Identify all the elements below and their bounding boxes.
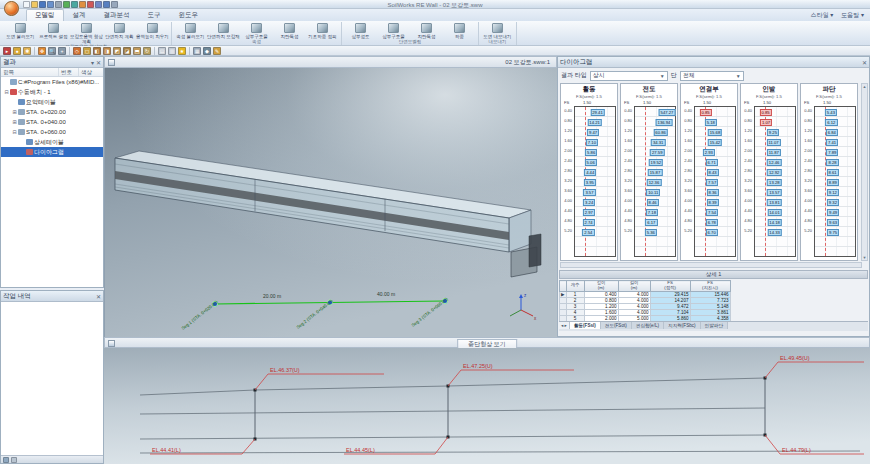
collapse-icon[interactable]: ⊟ [3, 89, 10, 95]
capture-icon[interactable] [63, 1, 70, 8]
history-clear-icon[interactable] [11, 457, 17, 463]
ribbon-button-지반특성[interactable]: 지반특성 [410, 22, 443, 39]
ribbon-tab-설계[interactable]: 설계 [64, 9, 95, 21]
view-top-icon[interactable]: ◻ [83, 47, 91, 55]
tree-item-수동배치 - 1[interactable]: ⊟수동배치 - 1 [1, 87, 103, 97]
column-number[interactable]: 번호 [59, 68, 79, 76]
result-tab-지지력(FSbc)[interactable]: 지지력(FSbc) [664, 322, 701, 329]
save-icon[interactable] [39, 1, 46, 8]
ribbon-button-단면까지 계획[interactable]: 단면까지 계획 [103, 22, 136, 39]
view-bottom-icon[interactable]: ⬒ [133, 47, 141, 55]
save-all-icon[interactable] [47, 1, 54, 8]
view-back-icon[interactable]: ◪ [123, 47, 131, 55]
close-icon[interactable]: ✕ [862, 59, 867, 66]
tree-item-다이아그램[interactable]: 다이아그램 [1, 147, 103, 157]
tree-item-STA. 0+040.00[interactable]: ⊞STA. 0+040.00 [1, 117, 103, 127]
new-file-icon[interactable] [23, 1, 30, 8]
image-icon[interactable] [71, 1, 78, 8]
ribbon-button-하중[interactable]: 하중 [443, 22, 476, 39]
pan-icon[interactable]: ✥ [38, 47, 46, 55]
column-header-길이[interactable]: 길이(m) [618, 281, 650, 292]
model-view-tab[interactable]: 02 보강토.sww:1 [505, 58, 550, 67]
ribbon-button-도면 내보내기[interactable]: 도면 내보내기 [481, 22, 514, 39]
result-tab-전도(FSot)[interactable]: 전도(FSot) [601, 322, 632, 329]
fs-bar: 10.11 [646, 189, 660, 196]
ribbon-button-단면까지 보강재[interactable]: 단면까지 보강재 [207, 22, 240, 39]
charts-vertical-scrollbar[interactable]: ▲▼ [861, 83, 868, 261]
ribbon-tab-윈도우[interactable]: 윈도우 [170, 9, 208, 21]
tree-item-요약테이블[interactable]: 요약테이블 [1, 97, 103, 107]
note-icon[interactable]: ✎ [213, 47, 221, 55]
ribbon-button-지반특성[interactable]: 지반특성 [273, 22, 306, 39]
view-iso-icon[interactable]: ◇ [73, 47, 81, 55]
close-icon[interactable]: ✕ [96, 293, 101, 300]
ribbon-button-속성 불러오기[interactable]: 속성 불러오기 [174, 22, 207, 39]
display-on-icon[interactable]: ▥ [168, 47, 176, 55]
zoom-in-icon[interactable]: + [58, 47, 66, 55]
column-header-깊이[interactable]: 깊이(m) [584, 281, 618, 292]
elevation-view[interactable]: EL.46.37(U) EL.47.25(U) EL.49.45(U) EL.4… [104, 348, 870, 464]
highlight-icon[interactable]: ★ [178, 47, 186, 55]
tab-nav-buttons[interactable]: ◂ ▸ [559, 322, 570, 329]
wire-icon[interactable]: ▦ [193, 47, 201, 55]
ribbon-tab-모델링[interactable]: 모델링 [26, 9, 64, 21]
select-icon[interactable]: ▸ [3, 47, 11, 55]
ribbon-button-상부성토[interactable]: 상부성토 [344, 22, 377, 39]
model-3d-viewport[interactable]: 20.00 m 40.00 m Seg.1 (STA. 0+020.00) Se… [104, 68, 557, 337]
ribbon-button-프로젝트 설정[interactable]: 프로젝트 설정 [37, 22, 70, 39]
display-off-icon[interactable]: ▤ [158, 47, 166, 55]
close-icon[interactable]: ✕ [96, 59, 101, 66]
grid-icon[interactable] [95, 1, 102, 8]
fs-chart-파단: 파단F.S(semi): 1.5FS1.500.400.801.201.602.… [800, 83, 858, 261]
ribbon-tab-결과분석[interactable]: 결과분석 [95, 9, 139, 21]
ribbon-tab-도구[interactable]: 도구 [139, 9, 170, 21]
fs-axis-label: FS [804, 100, 809, 105]
tree-item-상세테이블[interactable]: 상세테이블 [1, 137, 103, 147]
depth-tick: 0.40 [682, 108, 693, 113]
ribbon-link-도움말[interactable]: 도움말 ▾ [841, 11, 864, 20]
chart-icon[interactable] [79, 1, 86, 8]
result-tab-인발파단[interactable]: 인발파단 [701, 322, 728, 329]
column-header-FS[interactable]: FS(정적) [650, 281, 690, 292]
column-item[interactable]: 항목 [1, 68, 59, 76]
render-icon[interactable]: ◆ [203, 47, 211, 55]
column-header-FS[interactable]: FS(지진시) [690, 281, 730, 292]
result-tab-활동(FSsl)[interactable]: 활동(FSsl) [570, 322, 601, 329]
zoom-icon[interactable]: 🔍 [48, 47, 56, 55]
view-rotate-icon[interactable]: ↻ [143, 47, 151, 55]
column-color[interactable]: 색상 [79, 68, 101, 76]
column-header-개수[interactable]: 개수 [566, 281, 584, 292]
history-filter-icon[interactable] [3, 457, 9, 463]
ribbon-button-상부구조물[interactable]: 상부구조물 [377, 22, 410, 39]
charts-horizontal-scrollbar[interactable] [560, 262, 862, 268]
result-type-select[interactable]: 상시 ▼ [590, 71, 668, 81]
ribbon-button-상부구조물[interactable]: 상부구조물 [240, 22, 273, 39]
collapse-icon[interactable]: ⊟ [11, 129, 18, 135]
pin-icon[interactable]: ▾ [91, 59, 94, 66]
ribbon-button-보강토옹벽 형상계획[interactable]: 보강토옹벽 형상계획 [70, 22, 103, 44]
dan-select[interactable]: 전체 ▼ [680, 71, 744, 81]
view-right-icon[interactable]: ◩ [113, 47, 121, 55]
lock-icon[interactable]: ● [13, 47, 21, 55]
ribbon-link-스타일[interactable]: 스타일 ▾ [811, 11, 834, 20]
print-icon[interactable] [55, 1, 62, 8]
expand-icon[interactable]: ⊞ [11, 119, 18, 125]
view-left-icon[interactable]: ◨ [103, 47, 111, 55]
undo-icon[interactable] [103, 1, 110, 8]
result-tab-편심량(e/L)[interactable]: 편심량(e/L) [632, 322, 664, 329]
tree-item-STA. 0+020.00[interactable]: ⊞STA. 0+020.00 [1, 107, 103, 117]
tree-item-C:#Program Files (x86)#MID...[interactable]: C:#Program Files (x86)#MID... [1, 77, 103, 87]
view-front-icon[interactable]: ◧ [93, 47, 101, 55]
application-menu-button[interactable] [4, 1, 19, 16]
palette-icon[interactable] [87, 1, 94, 8]
settings-icon[interactable]: ✱ [23, 47, 31, 55]
redo-icon[interactable] [111, 1, 118, 8]
ribbon-button-기초하중 정의[interactable]: 기초하중 정의 [306, 22, 339, 39]
chart-title: 파단 [801, 85, 857, 94]
depth-tick: 5.20 [802, 228, 813, 233]
ribbon-button-옹벽높이 지우기[interactable]: 옹벽높이 지우기 [136, 22, 169, 39]
tree-item-STA. 0+060.00[interactable]: ⊟STA. 0+060.00 [1, 127, 103, 137]
expand-icon[interactable]: ⊞ [11, 109, 18, 115]
ribbon-button-도면 불러오기[interactable]: 도면 불러오기 [4, 22, 37, 39]
open-file-icon[interactable] [31, 1, 38, 8]
